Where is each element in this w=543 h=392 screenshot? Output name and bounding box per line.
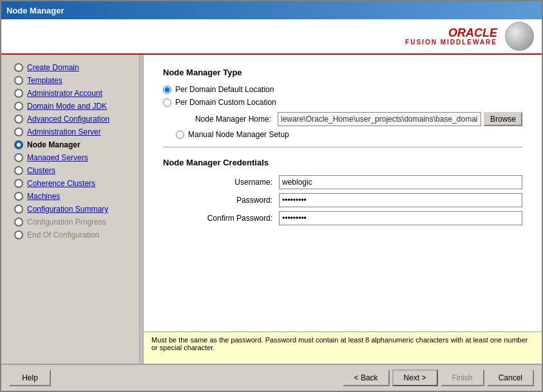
window-title: Node Manager — [6, 6, 64, 15]
sidebar-item-create-domain[interactable]: Create Domain — [1, 61, 139, 74]
sidebar-label-machines: Machines — [27, 192, 60, 201]
password-label: Password: — [176, 196, 279, 205]
sidebar-item-node-manager[interactable]: Node Manager — [1, 138, 139, 151]
sidebar-label-advanced-config: Advanced Configuration — [27, 115, 110, 124]
sidebar-item-configuration-progress: Configuration Progress — [1, 216, 139, 229]
node-home-input[interactable] — [278, 112, 481, 126]
bullet-machines — [14, 192, 23, 201]
back-button[interactable]: < Back — [343, 369, 390, 386]
password-input[interactable] — [279, 193, 522, 207]
bottom-right: < Back Next > Finish Cancel — [343, 369, 534, 386]
sidebar-item-end-of-config: End Of Configuration — [1, 229, 139, 241]
radio-item-per-domain-custom: Per Domain Custom Location — [163, 98, 522, 107]
main-area: Create Domain Templates Administrator Ac… — [1, 55, 542, 364]
bullet-create-domain — [14, 63, 23, 72]
credentials-title: Node Manager Credentials — [163, 158, 522, 167]
bullet-advanced-config — [14, 115, 23, 124]
sidebar-item-clusters[interactable]: Clusters — [1, 164, 139, 177]
sidebar-label-create-domain: Create Domain — [27, 63, 79, 72]
oracle-logo: ORACLE FUSION MIDDLEWARE — [405, 27, 497, 46]
node-home-label: Node Manager Home: — [187, 115, 278, 124]
bottom-left: Help — [9, 369, 51, 386]
sidebar-item-configuration-summary[interactable]: Configuration Summary — [1, 203, 139, 216]
bullet-admin-server — [14, 127, 23, 136]
sidebar-item-domain-mode[interactable]: Domain Mode and JDK — [1, 100, 139, 113]
content-area: Node Manager Type Per Domain Default Loc… — [144, 55, 542, 364]
bullet-domain-mode — [14, 102, 23, 111]
radio-per-domain-default[interactable] — [163, 86, 171, 94]
main-window: Node Manager ORACLE FUSION MIDDLEWARE Cr… — [0, 0, 543, 392]
radio-group-type: Per Domain Default Location Per Domain C… — [163, 85, 522, 107]
sidebar-item-coherence-clusters[interactable]: Coherence Clusters — [1, 177, 139, 190]
bullet-config-summary — [14, 205, 23, 214]
username-label: Username: — [176, 178, 279, 187]
username-input[interactable] — [279, 175, 522, 189]
bullet-managed-servers — [14, 153, 23, 162]
sidebar-item-machines[interactable]: Machines — [1, 190, 139, 203]
oracle-sub: FUSION MIDDLEWARE — [405, 39, 497, 46]
header: ORACLE FUSION MIDDLEWARE — [1, 19, 542, 55]
radio-label-manual: Manual Node Manager Setup — [188, 130, 289, 139]
sidebar-label-domain-mode: Domain Mode and JDK — [27, 102, 107, 111]
credentials-form: Username: Password: Confirm Password: — [163, 175, 522, 225]
sidebar-label-end-config: End Of Configuration — [27, 230, 99, 239]
username-row: Username: — [163, 175, 522, 189]
radio-item-manual: Manual Node Manager Setup — [163, 130, 522, 139]
oracle-text: ORACLE — [448, 27, 497, 39]
title-bar: Node Manager — [1, 1, 542, 19]
bottom-bar: Help < Back Next > Finish Cancel — [1, 364, 542, 391]
sidebar-label-coherence-clusters: Coherence Clusters — [27, 179, 95, 188]
sidebar-label-config-summary: Configuration Summary — [27, 205, 108, 214]
bullet-coherence-clusters — [14, 179, 23, 188]
password-row: Password: — [163, 193, 522, 207]
sidebar-label-templates: Templates — [27, 76, 62, 85]
bullet-node-manager — [14, 140, 23, 149]
sidebar-item-admin-server[interactable]: Administration Server — [1, 126, 139, 138]
sidebar-item-managed-servers[interactable]: Managed Servers — [1, 151, 139, 164]
radio-label-per-domain-default: Per Domain Default Location — [175, 85, 274, 94]
content-inner: Node Manager Type Per Domain Default Loc… — [144, 55, 542, 331]
next-button[interactable]: Next > — [392, 369, 438, 386]
bullet-clusters — [14, 166, 23, 175]
bullet-end-config — [14, 230, 23, 239]
sidebar-item-templates[interactable]: Templates — [1, 74, 139, 87]
sidebar-item-advanced-config[interactable]: Advanced Configuration — [1, 113, 139, 126]
bullet-templates — [14, 76, 23, 85]
sidebar-label-config-progress: Configuration Progress — [27, 218, 106, 227]
sidebar-label-clusters: Clusters — [27, 166, 55, 175]
help-button[interactable]: Help — [9, 369, 51, 386]
finish-button[interactable]: Finish — [441, 369, 484, 386]
node-home-row: Node Manager Home: Browse — [163, 112, 522, 126]
sidebar-label-node-manager: Node Manager — [27, 140, 81, 149]
radio-per-domain-custom[interactable] — [163, 98, 171, 107]
sidebar-item-administrator-account[interactable]: Administrator Account — [1, 87, 139, 100]
browse-button[interactable]: Browse — [484, 112, 522, 126]
sidebar: Create Domain Templates Administrator Ac… — [1, 55, 140, 364]
confirm-password-row: Confirm Password: — [163, 211, 522, 225]
confirm-password-label: Confirm Password: — [176, 214, 279, 223]
bullet-inner — [17, 143, 21, 147]
status-message: Must be the same as the password. Passwo… — [151, 336, 528, 351]
sidebar-label-managed-servers: Managed Servers — [27, 153, 88, 162]
radio-label-per-domain-custom: Per Domain Custom Location — [175, 98, 276, 107]
bullet-admin-account — [14, 89, 23, 98]
oracle-sphere — [505, 22, 534, 51]
node-manager-type-title: Node Manager Type — [163, 68, 522, 77]
sidebar-label-admin-account: Administrator Account — [27, 89, 102, 98]
status-bar: Must be the same as the password. Passwo… — [144, 331, 542, 364]
radio-manual-setup[interactable] — [176, 131, 184, 139]
radio-item-per-domain-default: Per Domain Default Location — [163, 85, 522, 94]
confirm-password-input[interactable] — [279, 211, 522, 225]
section-divider — [163, 147, 522, 147]
bullet-config-progress — [14, 218, 23, 227]
credentials-section: Node Manager Credentials Username: Passw… — [163, 158, 522, 225]
sidebar-label-admin-server: Administration Server — [27, 127, 101, 136]
cancel-button[interactable]: Cancel — [487, 369, 534, 386]
